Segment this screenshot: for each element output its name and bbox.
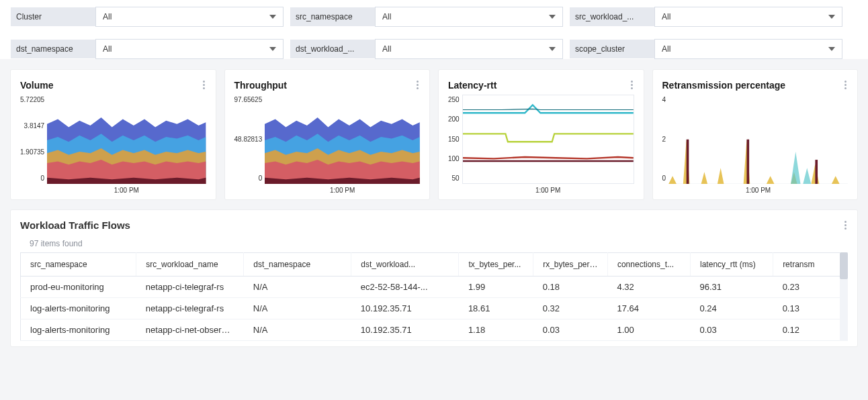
table-cell: 0.03: [691, 319, 773, 341]
x-axis-label: 1:00 PM: [462, 187, 634, 194]
chart-area: [265, 95, 420, 184]
column-header[interactable]: latency_rtt (ms): [691, 253, 773, 277]
table-cell: netapp-ci-telegraf-rs: [136, 277, 244, 298]
panel-title: Throughput: [234, 80, 288, 91]
table-cell: prod-eu-monitoring: [21, 277, 136, 298]
panel-title: Retransmission percentage: [662, 80, 786, 91]
table-cell: 0.13: [773, 298, 848, 319]
table-cell: N/A: [244, 277, 351, 298]
filter-label: src_namespace: [290, 7, 375, 26]
svg-rect-14: [747, 140, 750, 185]
filter-1: src_namespaceAll: [290, 7, 563, 27]
filter-label: dst_workload_...: [290, 40, 375, 58]
table-cell: 1.99: [459, 277, 533, 298]
x-axis-label: 1:00 PM: [47, 187, 206, 194]
scrollbar-track[interactable]: [840, 252, 848, 341]
table-cell: 10.192.35.71: [351, 298, 459, 319]
panel-title: Latency-rtt: [448, 80, 496, 91]
table-cell: 4.32: [607, 277, 690, 298]
table-cell: 10.192.35.71: [351, 319, 459, 341]
table-cell: ec2-52-58-144-...: [351, 277, 459, 298]
svg-rect-13: [687, 140, 689, 185]
chevron-down-icon: [828, 15, 835, 19]
table-cell: netapp-ci-telegraf-rs: [136, 298, 244, 319]
chevron-down-icon: [269, 47, 276, 51]
table-cell: 17.64: [607, 298, 690, 319]
filter-label: dst_namespace: [11, 40, 95, 58]
svg-rect-15: [815, 160, 818, 184]
filter-4: dst_workload_...All: [290, 39, 563, 59]
table-cell: 1.00: [607, 319, 690, 341]
column-header[interactable]: rx_bytes_per_...: [533, 253, 608, 277]
filter-0: ClusterAll: [11, 7, 284, 27]
table-row[interactable]: prod-eu-monitoringnetapp-ci-telegraf-rsN…: [21, 277, 848, 298]
filter-2: src_workload_...All: [570, 7, 842, 27]
column-header[interactable]: dst_namespace: [244, 253, 351, 277]
traffic-table: src_namespacesrc_workload_namedst_namesp…: [20, 252, 848, 341]
kebab-menu-icon[interactable]: [843, 219, 848, 231]
table-cell: 0.18: [533, 277, 608, 298]
table-cell: 18.61: [459, 298, 533, 319]
kebab-menu-icon[interactable]: [630, 79, 634, 91]
column-header[interactable]: connections_t...: [607, 253, 690, 277]
filter-select[interactable]: All: [654, 7, 842, 27]
table-row[interactable]: log-alerts-monitoringnetapp-ci-net-obser…: [21, 319, 848, 341]
filter-select[interactable]: All: [375, 39, 563, 59]
table-cell: 0.12: [773, 319, 848, 341]
kebab-menu-icon[interactable]: [202, 79, 206, 91]
table-card: Workload Traffic Flows 97 items found sr…: [11, 210, 857, 346]
table-cell: N/A: [244, 319, 351, 341]
panel-title: Volume: [20, 80, 54, 91]
filter-5: scope_clusterAll: [570, 39, 842, 59]
filter-label: Cluster: [11, 7, 95, 26]
x-axis-label: 1:00 PM: [668, 187, 848, 194]
table-cell: 0.32: [533, 298, 608, 319]
chevron-down-icon: [549, 47, 556, 51]
chevron-down-icon: [828, 47, 835, 51]
y-axis: 5.722053.81471.907350: [20, 95, 47, 194]
table-cell: 0.23: [773, 277, 848, 298]
y-axis: 420: [662, 95, 669, 194]
panel-volume: Volume 5.722053.81471.907350: [11, 70, 216, 199]
chart-area: [462, 95, 634, 184]
panel-retrans: Retransmission percentage 420: [653, 70, 858, 199]
panel-throughput: Throughput 97.6562548.828130: [225, 70, 430, 199]
y-axis: 25020015010050: [448, 95, 462, 194]
table-row[interactable]: log-alerts-monitoringnetapp-ci-telegraf-…: [21, 298, 848, 319]
filter-select[interactable]: All: [95, 7, 284, 27]
scrollbar-thumb[interactable]: [840, 252, 848, 279]
filter-label: src_workload_...: [570, 7, 654, 26]
column-header[interactable]: retransm: [773, 253, 848, 277]
table-cell: 1.18: [459, 319, 533, 341]
table-title: Workload Traffic Flows: [20, 219, 130, 231]
chevron-down-icon: [269, 15, 276, 19]
filter-select[interactable]: All: [654, 39, 842, 59]
chart-area: [668, 95, 848, 184]
table-cell: 0.24: [691, 298, 773, 319]
column-header[interactable]: src_namespace: [21, 253, 136, 277]
column-header[interactable]: tx_bytes_per...: [459, 253, 533, 277]
svg-marker-11: [668, 140, 848, 185]
column-header[interactable]: src_workload_name: [136, 253, 244, 277]
items-found: 97 items found: [30, 239, 848, 248]
table-cell: 96.31: [691, 277, 773, 298]
kebab-menu-icon[interactable]: [843, 79, 848, 91]
filter-select[interactable]: All: [375, 7, 563, 27]
table-cell: N/A: [244, 298, 351, 319]
table-cell: 0.03: [533, 319, 608, 341]
y-axis: 97.6562548.828130: [234, 95, 265, 194]
panel-latency: Latency-rtt 25020015010050: [439, 70, 644, 199]
kebab-menu-icon[interactable]: [415, 79, 420, 91]
filter-select[interactable]: All: [95, 39, 284, 59]
chart-panels: Volume 5.722053.81471.907350: [0, 59, 868, 199]
filter-label: scope_cluster: [570, 40, 654, 58]
chevron-down-icon: [549, 15, 556, 19]
filter-3: dst_namespaceAll: [11, 39, 284, 59]
table-cell: log-alerts-monitoring: [21, 319, 136, 341]
table-cell: log-alerts-monitoring: [21, 298, 136, 319]
table-cell: netapp-ci-net-observe...: [136, 319, 244, 341]
column-header[interactable]: dst_workload...: [351, 253, 459, 277]
filter-bar: ClusterAllsrc_namespaceAllsrc_workload_.…: [0, 0, 868, 59]
x-axis-label: 1:00 PM: [265, 187, 420, 194]
chart-area: [47, 95, 206, 184]
